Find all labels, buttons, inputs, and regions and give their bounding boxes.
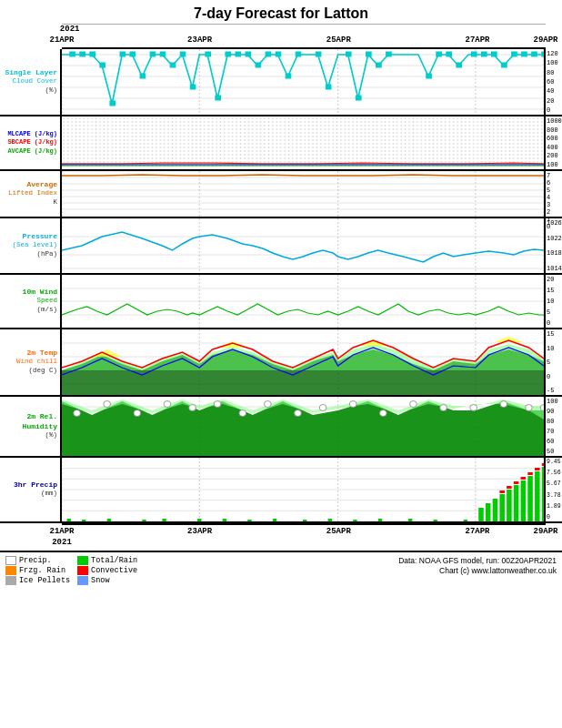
humidity-chart bbox=[62, 397, 546, 456]
legend-left: Precip. Total/Rain Frzg. Rain Convective… bbox=[5, 556, 142, 585]
precip-label: 3hr Precip (mm) bbox=[0, 458, 62, 521]
cloud-chart bbox=[62, 49, 546, 115]
svg-rect-174 bbox=[162, 519, 166, 521]
pressure-label: Pressure (Sea level) (hPa) bbox=[0, 218, 62, 273]
legend-snow: Snow bbox=[77, 576, 142, 585]
svg-rect-183 bbox=[408, 519, 412, 521]
svg-rect-13 bbox=[90, 52, 95, 56]
page-title: 7-day Forecast for Latton bbox=[0, 0, 562, 24]
cape-yaxis: 1000 800 600 400 200 100 bbox=[546, 116, 562, 169]
svg-rect-186 bbox=[478, 508, 484, 521]
svg-rect-170 bbox=[67, 519, 71, 521]
legend-snow-label: Snow bbox=[91, 576, 109, 585]
date-27apr-top: 27APR bbox=[465, 35, 489, 45]
svg-rect-185 bbox=[464, 520, 467, 521]
cape-panel: MLCAPE (J/kg) SBCAPE (J/kg) AVCAPE (J/kg… bbox=[0, 116, 562, 171]
pressure-svg bbox=[62, 218, 544, 273]
svg-rect-40 bbox=[386, 52, 392, 56]
svg-rect-189 bbox=[499, 494, 505, 521]
svg-rect-198 bbox=[514, 481, 519, 484]
svg-point-145 bbox=[214, 401, 221, 408]
temp-panel: 2m Temp Wind chill (deg C) bbox=[0, 329, 562, 397]
svg-rect-26 bbox=[226, 52, 231, 56]
legend-total-rain: Total/Rain bbox=[77, 556, 142, 565]
svg-point-156 bbox=[526, 405, 533, 411]
svg-rect-43 bbox=[447, 52, 452, 56]
svg-rect-190 bbox=[507, 490, 512, 521]
li-label: Average Lifted Index K bbox=[0, 171, 62, 217]
wind-label: 10m Wind Speed (m/s) bbox=[0, 275, 62, 328]
svg-rect-39 bbox=[376, 63, 382, 67]
svg-rect-46 bbox=[482, 52, 487, 56]
wind-panel: 10m Wind Speed (m/s) bbox=[0, 275, 562, 329]
svg-rect-192 bbox=[521, 480, 527, 521]
svg-rect-16 bbox=[120, 52, 125, 56]
legend-frzg-rain-label: Frzg. Rain bbox=[19, 566, 65, 575]
svg-rect-11 bbox=[70, 52, 75, 56]
legend-snow-box bbox=[77, 576, 88, 585]
svg-rect-27 bbox=[236, 52, 241, 56]
svg-rect-195 bbox=[542, 467, 546, 521]
svg-rect-180 bbox=[328, 519, 332, 521]
legend-convective-box bbox=[77, 566, 88, 575]
svg-rect-20 bbox=[160, 52, 166, 56]
svg-rect-194 bbox=[535, 471, 540, 521]
svg-rect-12 bbox=[80, 52, 85, 56]
svg-rect-48 bbox=[502, 63, 507, 67]
cape-chart bbox=[62, 116, 546, 169]
svg-rect-28 bbox=[246, 52, 251, 56]
svg-point-144 bbox=[189, 405, 196, 411]
svg-rect-191 bbox=[514, 485, 519, 521]
svg-point-140 bbox=[74, 410, 81, 417]
svg-rect-175 bbox=[197, 519, 201, 521]
svg-rect-31 bbox=[276, 52, 281, 56]
svg-rect-50 bbox=[522, 52, 527, 56]
svg-rect-172 bbox=[107, 519, 111, 521]
svg-point-151 bbox=[379, 410, 386, 417]
svg-rect-54 bbox=[62, 116, 544, 169]
svg-rect-171 bbox=[82, 520, 85, 521]
svg-point-143 bbox=[164, 401, 171, 408]
precip-yaxis: 9.45 7.56 5.67 3.78 1.89 0 bbox=[546, 458, 562, 521]
bottom-axis: 21APR 23APR 25APR 27APR 29APR 2021 bbox=[62, 523, 546, 551]
svg-rect-44 bbox=[457, 63, 462, 67]
legend-frzg-rain: Frzg. Rain bbox=[5, 566, 70, 575]
legend-ice: Ice Pellets bbox=[5, 576, 70, 585]
bottom-date-23: 23APR bbox=[187, 527, 212, 536]
svg-rect-34 bbox=[316, 52, 321, 56]
humidity-panel: 2m Rel. Humidity (%) bbox=[0, 397, 562, 458]
svg-rect-14 bbox=[100, 63, 105, 67]
svg-rect-35 bbox=[326, 85, 331, 89]
pressure-panel: Pressure (Sea level) (hPa) 1026 1022 bbox=[0, 218, 562, 275]
date-25apr-top: 25APR bbox=[326, 35, 351, 45]
svg-rect-52 bbox=[542, 52, 546, 56]
svg-rect-182 bbox=[378, 519, 382, 521]
legend-ice-label: Ice Pellets bbox=[19, 576, 70, 585]
year-label: 2021 bbox=[60, 25, 80, 34]
legend-right: Data: NOAA GFS model, run: 00Z20APR2021 … bbox=[398, 556, 557, 576]
legend-area: Precip. Total/Rain Frzg. Rain Convective… bbox=[0, 551, 562, 589]
date-header: 2021 21APR 23APR 25APR 27APR 29APR bbox=[62, 25, 546, 47]
bottom-date-21: 21APR bbox=[49, 527, 74, 536]
svg-rect-193 bbox=[527, 476, 533, 521]
svg-marker-126 bbox=[494, 337, 524, 342]
svg-rect-22 bbox=[180, 52, 186, 56]
svg-point-149 bbox=[319, 405, 326, 411]
svg-rect-38 bbox=[366, 52, 372, 56]
svg-rect-42 bbox=[437, 52, 442, 56]
legend-convective-label: Convective bbox=[91, 566, 137, 575]
wind-svg bbox=[62, 275, 544, 328]
svg-rect-173 bbox=[142, 520, 146, 521]
svg-rect-23 bbox=[190, 85, 196, 89]
svg-rect-29 bbox=[256, 63, 261, 67]
svg-rect-177 bbox=[247, 520, 251, 521]
svg-point-155 bbox=[500, 401, 507, 408]
legend-ice-box bbox=[5, 576, 16, 585]
svg-point-154 bbox=[470, 405, 477, 411]
precip-chart bbox=[62, 458, 546, 521]
legend-total-rain-label: Total/Rain bbox=[91, 556, 137, 565]
bottom-date-29: 29APR bbox=[533, 527, 557, 536]
legend-precip-label: Precip. bbox=[19, 556, 52, 565]
svg-marker-122 bbox=[62, 344, 544, 370]
svg-rect-178 bbox=[273, 519, 276, 521]
